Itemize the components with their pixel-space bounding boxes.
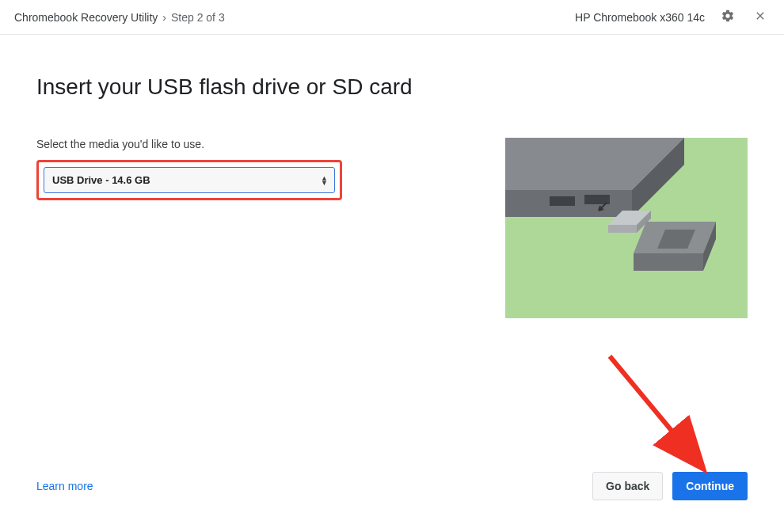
updown-icon: ▲▼ [321, 176, 328, 185]
select-highlight-box: USB Drive - 14.6 GB ▲▼ [36, 160, 342, 200]
svg-marker-6 [608, 225, 637, 233]
content: Insert your USB flash drive or SD card S… [0, 35, 784, 318]
step-label: Step 2 of 3 [171, 11, 225, 24]
footer: Learn more Go back Continue [36, 472, 748, 500]
gear-icon [721, 9, 735, 25]
instruction-text: Select the media you'd like to use. [36, 138, 342, 150]
breadcrumb: Chromebook Recovery Utility › Step 2 of … [14, 11, 225, 24]
page-title: Insert your USB flash drive or SD card [36, 74, 748, 100]
right-column [505, 138, 748, 318]
close-icon [754, 10, 767, 25]
media-select[interactable]: USB Drive - 14.6 GB ▲▼ [44, 167, 335, 193]
columns: Select the media you'd like to use. USB … [36, 138, 748, 318]
media-select-value: USB Drive - 14.6 GB [52, 174, 150, 186]
continue-button[interactable]: Continue [672, 472, 748, 500]
header-right: HP Chromebook x360 14c [575, 6, 770, 28]
settings-button[interactable] [717, 6, 738, 28]
close-button[interactable] [751, 6, 770, 28]
go-back-button[interactable]: Go back [592, 472, 663, 500]
app-title: Chromebook Recovery Utility [14, 11, 158, 24]
breadcrumb-separator: › [162, 11, 166, 24]
footer-buttons: Go back Continue [592, 472, 748, 500]
device-label: HP Chromebook x360 14c [575, 11, 705, 24]
svg-line-13 [610, 356, 695, 459]
left-column: Select the media you'd like to use. USB … [36, 138, 342, 318]
svg-marker-9 [634, 253, 703, 271]
svg-marker-3 [550, 196, 575, 206]
header: Chromebook Recovery Utility › Step 2 of … [0, 0, 784, 35]
learn-more-link[interactable]: Learn more [36, 480, 93, 492]
usb-illustration [505, 138, 748, 318]
